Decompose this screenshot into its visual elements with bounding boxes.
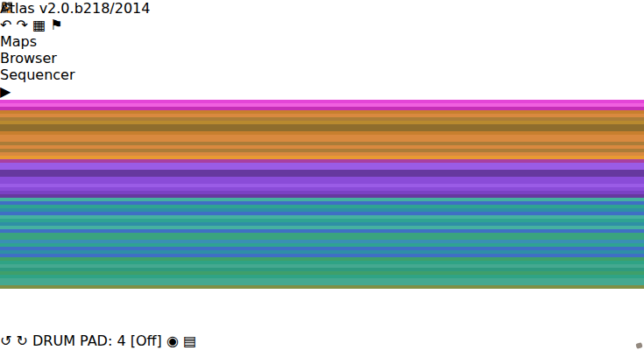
app-version: v2.0.b218/2014: [39, 0, 151, 17]
pad-editor-panel: ↺ ↻ DRUM PAD: 4 [Off] ◉ ▤ Algo Hat Close…: [0, 332, 644, 350]
app-logo: Atlas v2.0.b218/2014: [0, 0, 644, 17]
tab-sequencer[interactable]: Sequencer: [0, 66, 644, 83]
tab-play-icon[interactable]: ▶: [0, 83, 644, 100]
pad-editor-header: ↺ ↻ DRUM PAD: 4 [Off] ◉ ▤: [0, 332, 644, 349]
map-cluster-label: bongo/conga: [0, 284, 322, 293]
pad-next-icon[interactable]: ↻: [17, 332, 28, 349]
desktop-background: Atlas v2.0.b218/2014 ↶ ↷ ▦ ⚑ Maps Browse…: [0, 0, 644, 350]
map-canvas[interactable]: bongo/congatomotherkick: [0, 100, 644, 332]
folder-icon[interactable]: ▤: [183, 332, 196, 349]
pad-prev-icon[interactable]: ↺: [0, 332, 11, 349]
pad-header-label: DRUM PAD: 4 [Off]: [32, 332, 162, 349]
screen-icon[interactable]: ▦: [32, 17, 46, 33]
map-cluster-label: other: [0, 298, 322, 315]
atlas-window: Atlas v2.0.b218/2014 ↶ ↷ ▦ ⚑ Maps Browse…: [0, 0, 644, 350]
tab-maps[interactable]: Maps: [0, 33, 644, 50]
redo-icon[interactable]: ↷: [17, 17, 28, 33]
map-cluster-label: kick: [0, 318, 322, 328]
tab-browser[interactable]: Browser: [0, 50, 644, 66]
save-icon[interactable]: ◉: [166, 332, 179, 349]
undo-icon[interactable]: ↶: [0, 17, 11, 33]
titlebar: Atlas v2.0.b218/2014 ↶ ↷ ▦ ⚑: [0, 0, 644, 33]
view-tabs: Maps Browser Sequencer ▶: [0, 33, 644, 100]
flag-icon[interactable]: ⚑: [50, 17, 62, 33]
